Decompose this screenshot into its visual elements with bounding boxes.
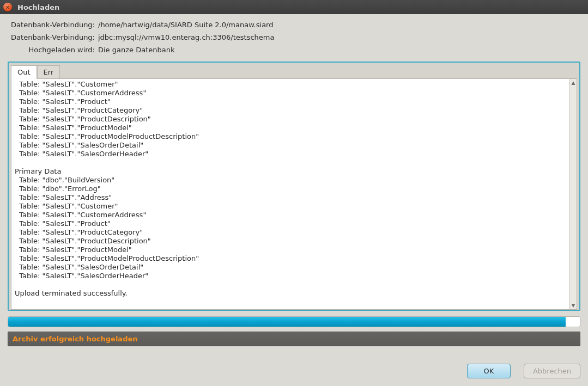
window-title: Hochladen: [17, 3, 59, 11]
scrollbar[interactable]: ▲ ▼: [569, 79, 577, 309]
scroll-up-icon[interactable]: ▲: [569, 79, 577, 87]
scroll-down-icon[interactable]: ▼: [569, 302, 577, 309]
tab-err[interactable]: Err: [37, 65, 60, 79]
db-conn1-value: /home/hartwig/data/SIARD Suite 2.0/manaw…: [98, 21, 580, 29]
cancel-button: Abbrechen: [524, 364, 580, 378]
progress-bar-fill: [8, 317, 566, 327]
content-area: Datenbank-Verbindung: /home/hartwig/data…: [0, 14, 588, 386]
uploaded-label: Hochgeladen wird:: [8, 46, 95, 54]
db-conn1-label: Datenbank-Verbindung:: [8, 21, 95, 29]
tabs: Out Err: [11, 65, 577, 78]
uploaded-value: Die ganze Datenbank: [98, 46, 580, 54]
log-panel: Out Err Table: "SalesLT"."Customer" Tabl…: [8, 62, 580, 311]
button-row: OK Abbrechen: [8, 364, 580, 378]
log-output: Table: "SalesLT"."Customer" Table: "Sale…: [11, 79, 569, 309]
status-bar: Archiv erfolgreich hochgeladen: [8, 332, 580, 346]
info-grid: Datenbank-Verbindung: /home/hartwig/data…: [8, 21, 580, 54]
db-conn2-value: jdbc:mysql://vmw10.enterag.ch:3306/tests…: [98, 33, 580, 41]
db-conn2-label: Datenbank-Verbindung:: [8, 33, 95, 41]
titlebar: ✕ Hochladen: [0, 0, 588, 14]
tab-out[interactable]: Out: [11, 65, 37, 79]
progress-bar-container: [8, 316, 580, 327]
log-body: Table: "SalesLT"."Customer" Table: "Sale…: [11, 78, 577, 310]
ok-button[interactable]: OK: [467, 364, 511, 378]
close-icon[interactable]: ✕: [3, 3, 12, 11]
